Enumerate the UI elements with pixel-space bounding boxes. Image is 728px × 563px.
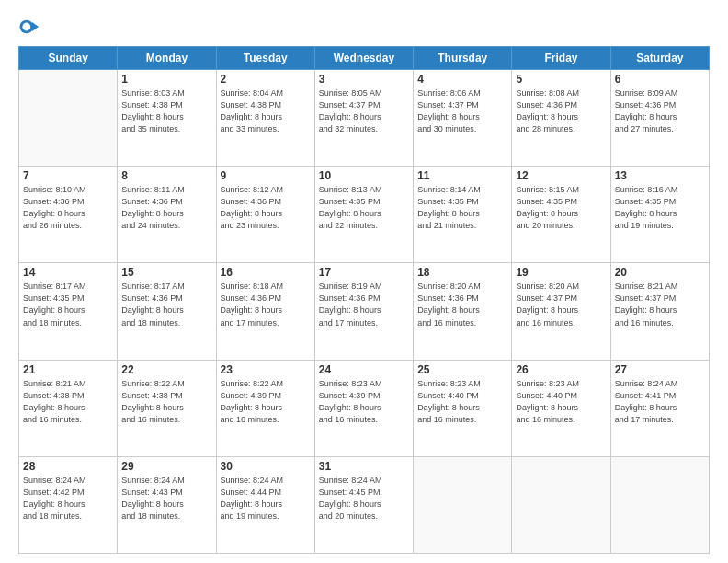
- day-number: 18: [417, 266, 507, 279]
- day-info: Sunrise: 8:23 AM Sunset: 4:40 PM Dayligh…: [516, 378, 606, 426]
- calendar-cell: 25Sunrise: 8:23 AM Sunset: 4:40 PM Dayli…: [414, 360, 512, 456]
- calendar-cell: 18Sunrise: 8:20 AM Sunset: 4:36 PM Dayli…: [414, 263, 512, 360]
- logo: [18, 17, 40, 37]
- weekday-header: Tuesday: [216, 47, 314, 70]
- calendar-cell: 22Sunrise: 8:22 AM Sunset: 4:38 PM Dayli…: [118, 360, 216, 456]
- calendar-cell: 16Sunrise: 8:18 AM Sunset: 4:36 PM Dayli…: [216, 263, 314, 360]
- day-number: 24: [319, 363, 409, 376]
- day-info: Sunrise: 8:05 AM Sunset: 4:37 PM Dayligh…: [319, 87, 409, 135]
- day-number: 27: [615, 363, 705, 376]
- day-info: Sunrise: 8:24 AM Sunset: 4:45 PM Dayligh…: [319, 475, 409, 523]
- calendar-cell: 8Sunrise: 8:11 AM Sunset: 4:36 PM Daylig…: [118, 167, 216, 263]
- day-number: 23: [221, 363, 311, 376]
- calendar-cell: 14Sunrise: 8:17 AM Sunset: 4:35 PM Dayli…: [19, 263, 118, 360]
- calendar-cell: 24Sunrise: 8:23 AM Sunset: 4:39 PM Dayli…: [314, 360, 413, 456]
- calendar-cell: [414, 456, 512, 553]
- day-number: 3: [319, 73, 409, 86]
- calendar-cell: 4Sunrise: 8:06 AM Sunset: 4:37 PM Daylig…: [414, 70, 512, 167]
- calendar-cell: 7Sunrise: 8:10 AM Sunset: 4:36 PM Daylig…: [19, 167, 118, 263]
- day-number: 14: [23, 266, 113, 279]
- calendar-cell: 11Sunrise: 8:14 AM Sunset: 4:35 PM Dayli…: [414, 167, 512, 263]
- calendar-cell: 20Sunrise: 8:21 AM Sunset: 4:37 PM Dayli…: [610, 263, 709, 360]
- day-info: Sunrise: 8:16 AM Sunset: 4:35 PM Dayligh…: [615, 184, 705, 232]
- day-info: Sunrise: 8:14 AM Sunset: 4:35 PM Dayligh…: [417, 184, 507, 232]
- calendar-cell: 28Sunrise: 8:24 AM Sunset: 4:42 PM Dayli…: [19, 456, 118, 553]
- svg-point-2: [22, 23, 30, 31]
- day-number: 1: [121, 73, 211, 86]
- day-info: Sunrise: 8:24 AM Sunset: 4:41 PM Dayligh…: [615, 378, 705, 426]
- calendar-table: SundayMondayTuesdayWednesdayThursdayFrid…: [18, 46, 710, 554]
- calendar-cell: [610, 456, 709, 553]
- calendar-cell: [512, 456, 610, 553]
- day-number: 12: [516, 169, 606, 182]
- day-number: 13: [615, 169, 705, 182]
- day-info: Sunrise: 8:18 AM Sunset: 4:36 PM Dayligh…: [221, 281, 311, 328]
- calendar-cell: 1Sunrise: 8:03 AM Sunset: 4:38 PM Daylig…: [118, 70, 216, 167]
- day-info: Sunrise: 8:24 AM Sunset: 4:43 PM Dayligh…: [121, 475, 211, 523]
- day-number: 19: [516, 266, 606, 279]
- calendar-cell: 26Sunrise: 8:23 AM Sunset: 4:40 PM Dayli…: [512, 360, 610, 456]
- day-info: Sunrise: 8:11 AM Sunset: 4:36 PM Dayligh…: [121, 184, 211, 232]
- calendar-cell: 2Sunrise: 8:04 AM Sunset: 4:38 PM Daylig…: [216, 70, 314, 167]
- calendar-cell: 23Sunrise: 8:22 AM Sunset: 4:39 PM Dayli…: [216, 360, 314, 456]
- day-info: Sunrise: 8:19 AM Sunset: 4:36 PM Dayligh…: [319, 281, 409, 328]
- day-info: Sunrise: 8:24 AM Sunset: 4:42 PM Dayligh…: [23, 475, 113, 523]
- logo-icon: [18, 17, 39, 37]
- day-number: 5: [516, 73, 606, 86]
- day-number: 21: [23, 363, 113, 376]
- day-number: 2: [221, 73, 311, 86]
- day-number: 29: [121, 460, 211, 473]
- calendar-cell: 6Sunrise: 8:09 AM Sunset: 4:36 PM Daylig…: [610, 70, 709, 167]
- calendar-cell: 15Sunrise: 8:17 AM Sunset: 4:36 PM Dayli…: [118, 263, 216, 360]
- header: [18, 17, 710, 37]
- day-info: Sunrise: 8:20 AM Sunset: 4:37 PM Dayligh…: [516, 281, 606, 328]
- calendar-cell: 21Sunrise: 8:21 AM Sunset: 4:38 PM Dayli…: [19, 360, 118, 456]
- day-number: 22: [121, 363, 211, 376]
- day-info: Sunrise: 8:20 AM Sunset: 4:36 PM Dayligh…: [417, 281, 507, 328]
- day-number: 30: [221, 460, 311, 473]
- calendar-cell: 31Sunrise: 8:24 AM Sunset: 4:45 PM Dayli…: [314, 456, 413, 553]
- calendar-cell: 10Sunrise: 8:13 AM Sunset: 4:35 PM Dayli…: [314, 167, 413, 263]
- day-number: 31: [319, 460, 409, 473]
- calendar-cell: 9Sunrise: 8:12 AM Sunset: 4:36 PM Daylig…: [216, 167, 314, 263]
- calendar-cell: [19, 70, 118, 167]
- day-number: 15: [121, 266, 211, 279]
- day-info: Sunrise: 8:10 AM Sunset: 4:36 PM Dayligh…: [23, 184, 113, 232]
- day-info: Sunrise: 8:21 AM Sunset: 4:37 PM Dayligh…: [615, 281, 705, 328]
- day-info: Sunrise: 8:23 AM Sunset: 4:40 PM Dayligh…: [417, 378, 507, 426]
- day-info: Sunrise: 8:24 AM Sunset: 4:44 PM Dayligh…: [221, 475, 311, 523]
- day-number: 10: [319, 169, 409, 182]
- calendar-cell: 13Sunrise: 8:16 AM Sunset: 4:35 PM Dayli…: [610, 167, 709, 263]
- calendar-cell: 19Sunrise: 8:20 AM Sunset: 4:37 PM Dayli…: [512, 263, 610, 360]
- weekday-header: Sunday: [19, 47, 118, 70]
- weekday-header: Wednesday: [314, 47, 413, 70]
- calendar-cell: 12Sunrise: 8:15 AM Sunset: 4:35 PM Dayli…: [512, 167, 610, 263]
- day-info: Sunrise: 8:06 AM Sunset: 4:37 PM Dayligh…: [417, 87, 507, 135]
- calendar-cell: 29Sunrise: 8:24 AM Sunset: 4:43 PM Dayli…: [118, 456, 216, 553]
- day-info: Sunrise: 8:22 AM Sunset: 4:39 PM Dayligh…: [221, 378, 311, 426]
- day-number: 20: [615, 266, 705, 279]
- day-number: 11: [417, 169, 507, 182]
- day-number: 16: [221, 266, 311, 279]
- day-info: Sunrise: 8:13 AM Sunset: 4:35 PM Dayligh…: [319, 184, 409, 232]
- weekday-header: Thursday: [414, 47, 512, 70]
- day-number: 17: [319, 266, 409, 279]
- svg-marker-1: [32, 22, 39, 31]
- day-info: Sunrise: 8:22 AM Sunset: 4:38 PM Dayligh…: [121, 378, 211, 426]
- day-number: 9: [221, 169, 311, 182]
- calendar-cell: 3Sunrise: 8:05 AM Sunset: 4:37 PM Daylig…: [314, 70, 413, 167]
- calendar-cell: 30Sunrise: 8:24 AM Sunset: 4:44 PM Dayli…: [216, 456, 314, 553]
- calendar-cell: 17Sunrise: 8:19 AM Sunset: 4:36 PM Dayli…: [314, 263, 413, 360]
- day-number: 6: [615, 73, 705, 86]
- day-number: 25: [417, 363, 507, 376]
- day-number: 8: [121, 169, 211, 182]
- day-info: Sunrise: 8:03 AM Sunset: 4:38 PM Dayligh…: [121, 87, 211, 135]
- day-number: 26: [516, 363, 606, 376]
- weekday-header: Saturday: [610, 47, 709, 70]
- day-info: Sunrise: 8:17 AM Sunset: 4:36 PM Dayligh…: [121, 281, 211, 328]
- weekday-header: Monday: [118, 47, 216, 70]
- day-info: Sunrise: 8:21 AM Sunset: 4:38 PM Dayligh…: [23, 378, 113, 426]
- day-info: Sunrise: 8:15 AM Sunset: 4:35 PM Dayligh…: [516, 184, 606, 232]
- calendar-cell: 5Sunrise: 8:08 AM Sunset: 4:36 PM Daylig…: [512, 70, 610, 167]
- weekday-header: Friday: [512, 47, 610, 70]
